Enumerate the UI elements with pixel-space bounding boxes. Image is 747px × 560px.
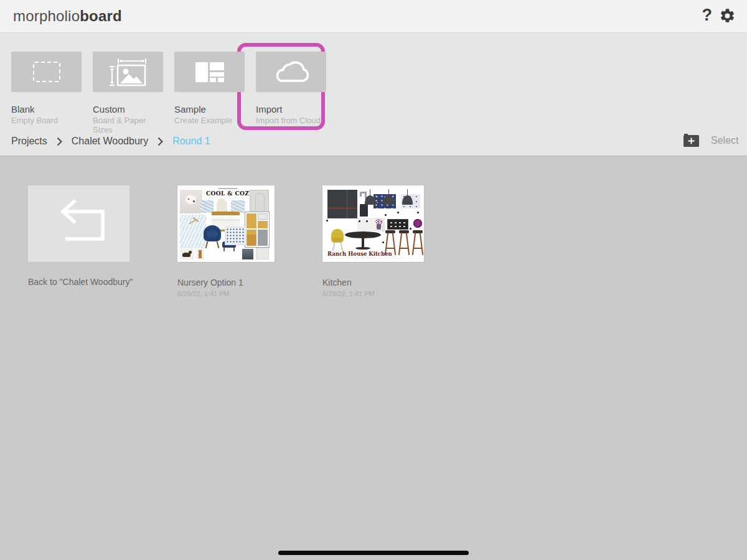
pendant-stem (370, 189, 370, 195)
board-timestamp: 6/29/22, 1:41 PM (322, 290, 375, 297)
board-timestamp: 6/29/22, 1:41 PM (177, 290, 230, 297)
bar-stool (412, 230, 423, 256)
board-smallprint (218, 188, 237, 189)
dashed-rect-icon (33, 62, 60, 82)
cooktop (387, 219, 408, 230)
pendant-lamp-white (217, 198, 227, 212)
breadcrumb: Projects Chalet Woodbury Round 1 (11, 136, 210, 147)
board-title: Nursery Option 1 (177, 278, 243, 287)
select-button[interactable]: Select (711, 135, 738, 146)
top-bar: morpholioboard ? (0, 0, 747, 33)
purple-plate (413, 219, 422, 228)
app-logo: morpholioboard (13, 7, 122, 25)
back-card[interactable] (28, 185, 129, 262)
logo-secondary: board (80, 7, 122, 24)
help-button[interactable]: ? (702, 6, 713, 25)
board-thumbnail-nursery[interactable]: COOL & COZY (177, 185, 275, 262)
kitchen-board-caption: Ranch House Kitchen (327, 251, 392, 257)
chevron-right-icon (157, 137, 163, 146)
import-tile (256, 52, 326, 92)
custom-tile (93, 52, 163, 92)
pendant-stem (407, 189, 408, 195)
image-dimensions-icon (109, 58, 148, 86)
board-title: Kitchen (322, 278, 352, 287)
template-title: Custom (93, 104, 163, 114)
patterned-rug (225, 226, 246, 245)
template-section: Blank Empty Board (0, 33, 747, 156)
template-subtitle: Create Example (174, 116, 245, 125)
gear-icon (719, 7, 736, 24)
breadcrumb-projects[interactable]: Projects (11, 136, 47, 147)
template-title: Import (256, 104, 326, 114)
bar-stool (398, 230, 410, 256)
yellow-chair (330, 229, 346, 253)
settings-button[interactable] (719, 7, 736, 24)
template-custom[interactable]: Custom Board & Paper Sizes (93, 52, 163, 134)
template-sample[interactable]: Sample Create Example (174, 52, 245, 125)
breadcrumb-chalet-woodbury[interactable]: Chalet Woodbury (72, 136, 148, 147)
breadcrumb-round-1[interactable]: Round 1 (172, 136, 210, 147)
morpholio-board-app: morpholioboard ? Blank Empty Board (0, 0, 747, 560)
wood-shelving (245, 212, 270, 248)
spec-card (256, 248, 269, 259)
template-title: Blank (11, 104, 82, 114)
bear-figurine (180, 249, 194, 259)
template-subtitle: Empty Board (11, 116, 82, 125)
navy-armchair (202, 225, 222, 249)
layout-grid-icon (195, 62, 224, 82)
template-subtitle: Board & Paper Sizes (93, 116, 163, 134)
pendant-stem (388, 189, 389, 195)
chevron-right-icon (57, 137, 62, 146)
wood-sample (196, 249, 204, 259)
pillow-swatch (231, 200, 245, 213)
back-arrow-icon (28, 185, 129, 262)
dark-photo (242, 249, 253, 259)
logo-primary: morpholio (13, 7, 80, 24)
black-canister (360, 204, 368, 217)
template-blank[interactable]: Blank Empty Board (11, 52, 82, 125)
round-table (345, 231, 381, 253)
add-folder-icon[interactable] (684, 133, 700, 148)
template-title: Sample (174, 104, 245, 114)
template-import[interactable]: Import Import from Cloud (256, 52, 326, 125)
blank-tile (11, 52, 82, 92)
home-indicator[interactable] (278, 551, 469, 555)
select-control: Select (684, 133, 738, 148)
cloud-icon (268, 58, 314, 86)
back-card-label: Back to "Chalet Woodbury" (28, 277, 133, 287)
flower-vase (375, 219, 383, 230)
board-thumbnail-kitchen[interactable]: Ranch House Kitchen (322, 185, 424, 262)
template-subtitle: Import from Cloud (256, 116, 326, 125)
dark-cabinet (327, 190, 357, 218)
pillow-swatch (200, 200, 214, 213)
sample-tile (174, 52, 245, 92)
